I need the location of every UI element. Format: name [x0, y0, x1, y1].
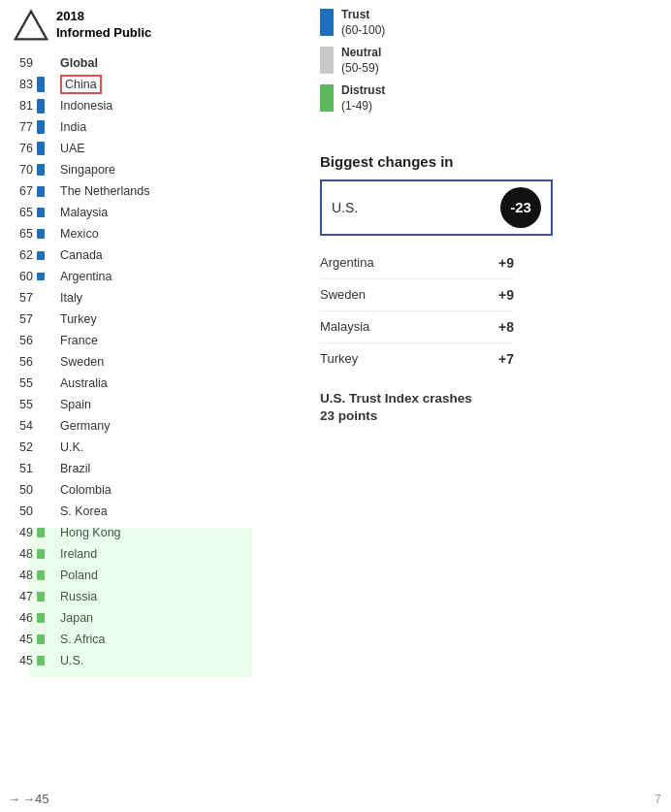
- list-item: 51Brazil: [10, 458, 301, 479]
- country-name: UAE: [58, 142, 85, 155]
- country-name: The Netherlands: [58, 184, 149, 198]
- legend-bar-neutral: [320, 47, 334, 74]
- list-item: 49Hong Kong: [10, 522, 301, 543]
- change-row: Argentina+9: [320, 247, 514, 279]
- bar-area: [37, 309, 58, 330]
- trust-bar: [37, 656, 45, 666]
- country-score: 57: [10, 291, 37, 305]
- country-score: 49: [10, 526, 37, 539]
- header-year: 2018: [56, 9, 84, 23]
- change-country: Turkey: [320, 351, 358, 366]
- trust-bar: [37, 549, 45, 559]
- bar-area: [37, 586, 58, 607]
- us-change-badge: -23: [500, 187, 541, 228]
- country-score: 45: [10, 654, 37, 667]
- country-score: 65: [10, 206, 37, 219]
- list-item: 46Japan: [10, 607, 301, 629]
- country-name: Poland: [58, 568, 98, 582]
- country-score: 81: [10, 99, 37, 113]
- trust-bar: [37, 186, 45, 197]
- country-name: Mexico: [58, 227, 99, 241]
- country-name: Malaysia: [58, 206, 108, 219]
- trust-bar: [37, 164, 45, 176]
- country-score: 48: [10, 547, 37, 561]
- list-item: 65Mexico: [10, 223, 301, 244]
- country-name: Italy: [58, 291, 82, 305]
- bar-area: [37, 501, 58, 522]
- list-item: 56France: [10, 330, 301, 351]
- legend-bar-trust: [320, 9, 334, 36]
- page-number: 7: [655, 793, 661, 806]
- list-item: 50S. Korea: [10, 501, 301, 522]
- legend-item-distrust: Distrust (1-49): [320, 83, 661, 114]
- change-row: Sweden+9: [320, 279, 514, 311]
- legend-text-trust: Trust (60-100): [341, 8, 385, 38]
- bar-area: [37, 373, 58, 394]
- us-highlight-box: U.S. -23: [320, 179, 553, 236]
- bar-area: [37, 223, 58, 244]
- country-score: 52: [10, 440, 37, 454]
- change-row: Malaysia+8: [320, 311, 514, 343]
- list-item: 56Sweden: [10, 351, 301, 373]
- country-name: Turkey: [58, 312, 97, 326]
- change-rows: Argentina+9Sweden+9Malaysia+8Turkey+7: [320, 247, 661, 374]
- list-item: 45S. Africa: [10, 629, 301, 650]
- list-item: 52U.K.: [10, 437, 301, 458]
- bar-area: [37, 244, 58, 266]
- legend-item-trust: Trust (60-100): [320, 8, 661, 38]
- bar-area: [37, 437, 58, 458]
- list-item: 48Ireland: [10, 543, 301, 565]
- list-item: 55Australia: [10, 373, 301, 394]
- biggest-changes-section: Biggest changes in U.S. -23 Argentina+9S…: [320, 153, 661, 427]
- country-score: 51: [10, 462, 37, 475]
- legend-item-neutral: Neutral (50-59): [320, 46, 661, 76]
- trust-bar: [37, 120, 45, 134]
- list-item: 57Turkey: [10, 309, 301, 330]
- country-list: 59Global83China81Indonesia77India76UAE70…: [10, 52, 301, 671]
- country-name: Canada: [58, 248, 103, 262]
- list-item: 50Colombia: [10, 479, 301, 501]
- country-score: 67: [10, 184, 37, 198]
- bar-area: [37, 650, 58, 671]
- bar-area: [37, 180, 58, 202]
- country-score: 56: [10, 355, 37, 369]
- trust-bar: [37, 273, 45, 280]
- list-item: 65Malaysia: [10, 202, 301, 223]
- list-item: 70Singapore: [10, 159, 301, 180]
- bar-area: [37, 266, 58, 287]
- country-score: 54: [10, 419, 37, 433]
- trust-bar: [37, 592, 45, 601]
- country-name: Russia: [58, 590, 97, 603]
- change-value: +7: [498, 351, 514, 367]
- bar-area: [37, 458, 58, 479]
- trust-bar: [37, 208, 45, 217]
- header-title: 2018 Informed Public: [56, 9, 151, 42]
- country-score: 76: [10, 142, 37, 155]
- triangle-icon: [14, 8, 48, 43]
- trust-bar: [37, 99, 45, 114]
- bar-area: [37, 159, 58, 180]
- list-item: 83China: [10, 74, 301, 95]
- country-score: 56: [10, 334, 37, 347]
- us-label: U.S.: [332, 200, 358, 215]
- list-item: 62Canada: [10, 244, 301, 266]
- country-name: U.K.: [58, 440, 83, 454]
- bar-area: [37, 415, 58, 437]
- trust-bar: [37, 77, 45, 92]
- country-name: Brazil: [58, 462, 90, 475]
- legend-text-distrust: Distrust (1-49): [341, 83, 385, 114]
- country-score: 55: [10, 376, 37, 390]
- country-score: 46: [10, 611, 37, 625]
- bar-area: [37, 607, 58, 629]
- country-score: 60: [10, 270, 37, 283]
- country-score: 55: [10, 398, 37, 411]
- country-name: Hong Kong: [58, 526, 121, 539]
- list-item: 60Argentina: [10, 266, 301, 287]
- country-name: China: [58, 78, 102, 91]
- country-score: 50: [10, 504, 37, 518]
- legend-bar-distrust: [320, 84, 334, 112]
- bar-area: [37, 52, 58, 74]
- country-name: Japan: [58, 611, 93, 625]
- country-score: 48: [10, 568, 37, 582]
- chart-header: 2018 Informed Public: [10, 8, 301, 43]
